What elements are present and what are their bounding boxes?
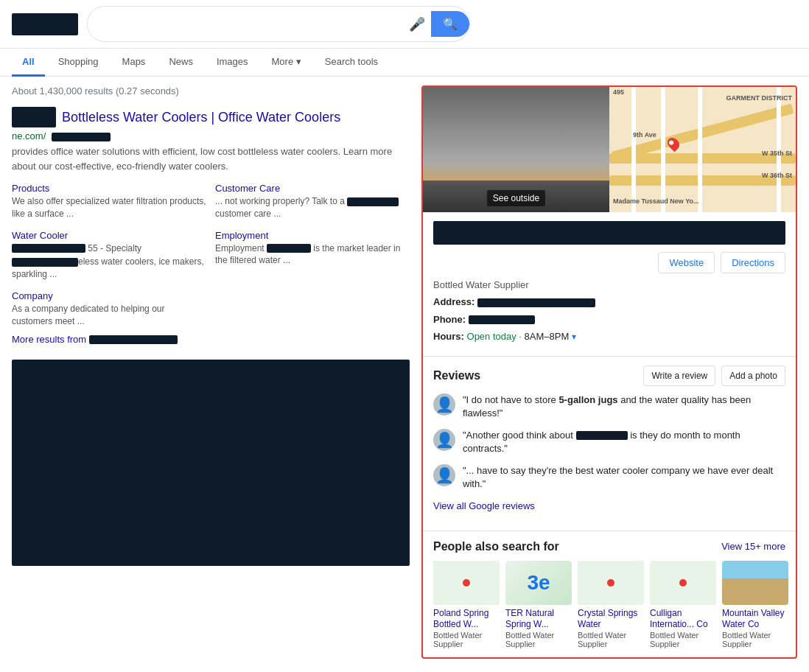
similar-item-poland-spring[interactable]: Poland Spring Bottled W... Bottled Water… (433, 561, 500, 648)
similar-thumb-1 (433, 561, 500, 605)
reviewer-avatar-3: 👤 (433, 464, 455, 486)
more-results-link[interactable]: More results from (12, 334, 410, 345)
ad-title[interactable]: Bottleless Water Coolers | Office Water … (62, 110, 340, 125)
tab-all[interactable]: All (12, 49, 45, 77)
similar-item-culligan[interactable]: Culligan Internatio... Co Bottled Water … (650, 561, 716, 648)
search-bar: usa 🎤 🔍 (87, 6, 470, 42)
map-pin-1 (463, 579, 470, 587)
redacted-block3 (12, 258, 78, 267)
review-item-3: 👤 "... have to say they're the best wate… (433, 464, 785, 491)
people-also-title: People also search for (433, 540, 559, 553)
similar-type-2: Bottled Water Supplier (505, 631, 572, 648)
redacted-block4 (267, 244, 311, 253)
similar-item-mountain[interactable]: Mountain Valley Water Co Bottled Water S… (722, 561, 788, 648)
map-label-w35: W 35th St (762, 150, 792, 157)
redacted-domain (89, 335, 178, 344)
ad-image-block (12, 360, 410, 566)
sitelink-products-desc: We also offer specialized water filtrati… (12, 195, 206, 220)
user-icon-2: 👤 (435, 431, 454, 449)
similar-name-2[interactable]: TER Natural Spring W... (505, 608, 572, 631)
review-text-1: "I do not have to store 5-gallon jugs an… (463, 393, 785, 420)
search-input[interactable]: usa (98, 18, 403, 31)
website-button[interactable]: Website (658, 252, 715, 273)
sitelink-water-cooler-desc2: eless water coolers, ice makers, sparkli… (12, 256, 206, 281)
sitelink-water-cooler: Water Cooler 55 - Specialty eless water … (12, 229, 206, 281)
tab-maps[interactable]: Maps (112, 49, 156, 77)
sitelink-water-cooler-title[interactable]: Water Cooler (12, 230, 68, 241)
sitelink-employment-desc: Employment is the market leader in the f… (215, 242, 410, 267)
sitelink-customer-care-desc: ... not working properly? Talk to a cust… (215, 195, 410, 220)
tab-shopping[interactable]: Shopping (48, 49, 109, 77)
panel-map[interactable]: 9th Ave W 35th St W 36th St GARMENT DIST… (609, 87, 796, 212)
results-count: About 1,430,000 results (0.27 seconds) (12, 85, 410, 97)
knowledge-panel: See outside 9th Ave W 35th St W 36th St (421, 85, 797, 659)
similar-name-5[interactable]: Mountain Valley Water Co (722, 608, 788, 631)
sitelink-employment: Employment Employment is the market lead… (215, 229, 410, 281)
similar-type-1: Bottled Water Supplier (433, 631, 500, 648)
panel-action-buttons: Website Directions (433, 252, 785, 273)
map-thumb-4 (650, 561, 716, 605)
building-thumb-5 (722, 561, 788, 605)
sitelink-products: Products We also offer specialized water… (12, 182, 206, 220)
similar-thumb-2: 3e (505, 561, 572, 605)
similar-name-4[interactable]: Culligan Internatio... Co (650, 608, 716, 631)
sitelink-customer-care: Customer Care ... not working properly? … (215, 182, 410, 220)
review-item-1: 👤 "I do not have to store 5-gallon jugs … (433, 393, 785, 420)
reviews-header: Reviews Write a review Add a photo (433, 365, 785, 386)
see-outside-badge[interactable]: See outside (487, 190, 545, 206)
panel-photo[interactable]: See outside (423, 87, 609, 212)
reviewer-avatar-2: 👤 (433, 429, 455, 451)
street-photo: See outside (423, 87, 609, 212)
similar-item-ter[interactable]: 3e TER Natural Spring W... Bottled Water… (505, 561, 572, 648)
view-more-link[interactable]: View 15+ more (721, 541, 785, 552)
map-label-w36: W 36th St (762, 172, 792, 179)
map-thumb-3 (578, 561, 644, 605)
tab-images[interactable]: Images (206, 49, 259, 77)
add-photo-button[interactable]: Add a photo (721, 365, 785, 386)
hours-status: Open today (467, 331, 516, 342)
tab-more[interactable]: More ▾ (262, 49, 312, 77)
search-button[interactable]: 🔍 (431, 11, 469, 37)
similar-item-crystal[interactable]: Crystal Springs Water Bottled Water Supp… (578, 561, 644, 648)
user-icon-1: 👤 (435, 396, 454, 413)
header: usa 🎤 🔍 (0, 0, 809, 49)
people-also-section: People also search for View 15+ more Pol… (423, 531, 796, 657)
similar-name-3[interactable]: Crystal Springs Water (578, 608, 644, 631)
directions-button[interactable]: Directions (721, 252, 785, 273)
hours-time: 8AM–8PM (525, 331, 570, 342)
sitelink-employment-title[interactable]: Employment (215, 230, 268, 241)
google-logo (12, 13, 78, 35)
write-review-button[interactable]: Write a review (643, 365, 715, 386)
business-name (433, 221, 785, 245)
panel-info: Website Directions Bottled Water Supplie… (423, 212, 796, 356)
hours-field: Hours: Open today · 8AM–8PM ▾ (433, 329, 785, 344)
review-text-3: "... have to say they're the best water … (463, 464, 785, 491)
sitelink-company: Company As a company dedicated to helpin… (12, 290, 206, 328)
phone-field: Phone: (433, 312, 785, 327)
map-thumb-1 (433, 561, 500, 605)
ad-url-redacted (52, 133, 111, 141)
ad-result: Bottleless Water Coolers | Office Water … (12, 107, 410, 345)
similar-thumb-4 (650, 561, 716, 605)
similar-type-5: Bottled Water Supplier (722, 631, 788, 648)
left-column: About 1,430,000 results (0.27 seconds) B… (12, 85, 410, 659)
similar-items-list: Poland Spring Bottled W... Bottled Water… (433, 561, 785, 648)
sitelink-products-title[interactable]: Products (12, 183, 49, 194)
map-label-495: 495 (613, 88, 624, 96)
redacted-block2 (12, 244, 85, 253)
reviews-section: Reviews Write a review Add a photo 👤 "I … (423, 356, 796, 531)
reviews-title: Reviews (433, 369, 480, 382)
people-also-header: People also search for View 15+ more (433, 540, 785, 553)
similar-name-1[interactable]: Poland Spring Bottled W... (433, 608, 500, 631)
mic-icon[interactable]: 🎤 (409, 16, 425, 32)
ad-description: provides office water solutions with eff… (12, 144, 410, 173)
view-all-reviews-link[interactable]: View all Google reviews (433, 500, 785, 511)
phone-value (469, 315, 535, 324)
sitelink-customer-care-title[interactable]: Customer Care (215, 183, 280, 194)
hours-expand-icon[interactable]: ▾ (572, 332, 576, 342)
ad-url: ne.com/ (12, 130, 410, 141)
review-item-2: 👤 "Another good think about is they do m… (433, 429, 785, 455)
sitelink-company-title[interactable]: Company (12, 290, 53, 301)
tab-search-tools[interactable]: Search tools (315, 49, 388, 77)
tab-news[interactable]: News (158, 49, 203, 77)
